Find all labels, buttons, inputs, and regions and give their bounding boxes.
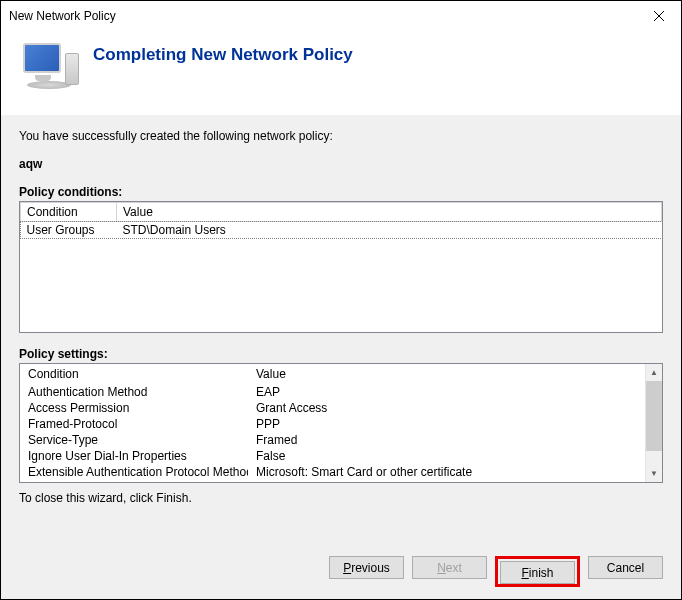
scroll-down-button[interactable]: ▼ xyxy=(646,465,662,482)
conditions-table: Condition Value User Groups STD\Domain U… xyxy=(20,202,662,238)
window-title: New Network Policy xyxy=(9,9,116,23)
policy-name: aqw xyxy=(19,157,663,171)
scroll-up-button[interactable]: ▲ xyxy=(646,364,662,381)
close-icon xyxy=(654,11,664,21)
next-button: Next xyxy=(412,556,487,579)
table-row[interactable]: Authentication MethodEAP xyxy=(20,384,645,400)
settings-header-condition: Condition xyxy=(20,366,248,384)
table-row[interactable]: Ignore User Dial-In PropertiesFalse xyxy=(20,448,645,464)
monitor-icon xyxy=(21,41,79,97)
conditions-header-condition[interactable]: Condition xyxy=(21,203,117,222)
wizard-header: Completing New Network Policy xyxy=(1,31,681,115)
titlebar: New Network Policy xyxy=(1,1,681,31)
table-row[interactable]: User Groups STD\Domain Users xyxy=(21,222,662,239)
settings-scrollbar[interactable]: ▲ ▼ xyxy=(645,364,662,482)
settings-table: Condition Value Authentication MethodEAP… xyxy=(20,366,645,480)
table-row[interactable]: Framed-ProtocolPPP xyxy=(20,416,645,432)
table-row[interactable]: Extensible Authentication Protocol Metho… xyxy=(20,464,645,480)
conditions-label: Policy conditions: xyxy=(19,185,663,199)
settings-table-container: Condition Value Authentication MethodEAP… xyxy=(19,363,663,483)
settings-header-value: Value xyxy=(248,366,645,384)
wizard-footer: Previous Next Finish Cancel xyxy=(1,538,681,600)
wizard-content: You have successfully created the follow… xyxy=(1,115,681,538)
table-row[interactable]: Service-TypeFramed xyxy=(20,432,645,448)
scroll-thumb[interactable] xyxy=(646,381,662,451)
settings-label: Policy settings: xyxy=(19,347,663,361)
condition-cell: User Groups xyxy=(21,222,117,239)
table-row[interactable]: Access PermissionGrant Access xyxy=(20,400,645,416)
finish-button[interactable]: Finish xyxy=(500,561,575,584)
intro-text: You have successfully created the follow… xyxy=(19,129,663,143)
scroll-track[interactable] xyxy=(646,451,662,465)
cancel-button[interactable]: Cancel xyxy=(588,556,663,579)
value-cell: STD\Domain Users xyxy=(117,222,662,239)
finish-highlight: Finish xyxy=(495,556,580,587)
conditions-header-value[interactable]: Value xyxy=(117,203,662,222)
previous-button[interactable]: Previous xyxy=(329,556,404,579)
wizard-heading: Completing New Network Policy xyxy=(93,41,353,65)
conditions-table-container: Condition Value User Groups STD\Domain U… xyxy=(19,201,663,333)
close-button[interactable] xyxy=(637,1,681,31)
closing-text: To close this wizard, click Finish. xyxy=(19,491,663,505)
